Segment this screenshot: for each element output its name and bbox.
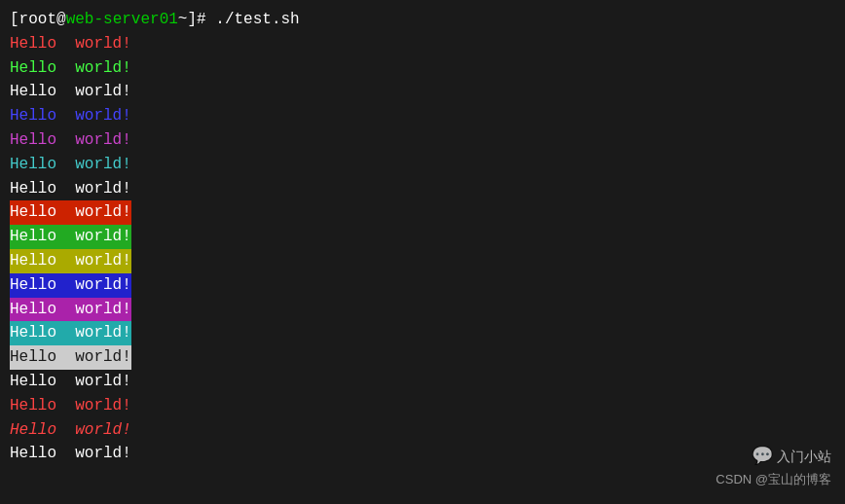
prompt-host: web-server01 bbox=[66, 11, 178, 28]
output-line: Hello world! bbox=[10, 249, 835, 273]
watermark-name: 💬 入门小站 bbox=[716, 442, 831, 470]
prompt-at: @ bbox=[56, 11, 66, 28]
output-line: Hello world! bbox=[10, 345, 835, 370]
output-line: Hello world! bbox=[10, 80, 835, 104]
wechat-icon: 💬 bbox=[752, 442, 773, 470]
prompt-command: ./test.sh bbox=[206, 11, 300, 28]
output-line: Hello world! bbox=[10, 225, 835, 249]
prompt-root: root bbox=[19, 11, 56, 28]
output-line: Hello world! bbox=[10, 298, 835, 322]
bracket-open: [ bbox=[10, 11, 19, 28]
output-line: Hello world! bbox=[10, 104, 835, 128]
bracket-close: ] bbox=[187, 11, 197, 28]
output-line: Hello world! bbox=[10, 153, 835, 177]
output-line: Hello world! bbox=[10, 418, 835, 443]
prompt-tilde: ~ bbox=[178, 11, 188, 28]
terminal: [root@web-server01~]# ./test.sh Hello wo… bbox=[0, 0, 845, 504]
prompt-line: [root@web-server01~]# ./test.sh bbox=[10, 8, 835, 32]
output-line: Hello world! bbox=[10, 128, 835, 153]
output-line: Hello world! bbox=[10, 200, 835, 225]
output-line: Hello world! bbox=[10, 273, 835, 298]
watermark-source: CSDN @宝山的博客 bbox=[716, 470, 831, 490]
watermark-title: 入门小站 bbox=[777, 446, 831, 467]
output-line: Hello world! bbox=[10, 370, 835, 394]
output-line: Hello world! bbox=[10, 442, 835, 466]
output-line: Hello world! bbox=[10, 177, 835, 201]
prompt-hash: # bbox=[197, 11, 206, 28]
output-line: Hello world! bbox=[10, 321, 835, 345]
watermark: 💬 入门小站 CSDN @宝山的博客 bbox=[716, 442, 831, 490]
output-line: Hello world! bbox=[10, 394, 835, 418]
output-line: Hello world! bbox=[10, 32, 835, 56]
output-line: Hello world! bbox=[10, 56, 835, 81]
